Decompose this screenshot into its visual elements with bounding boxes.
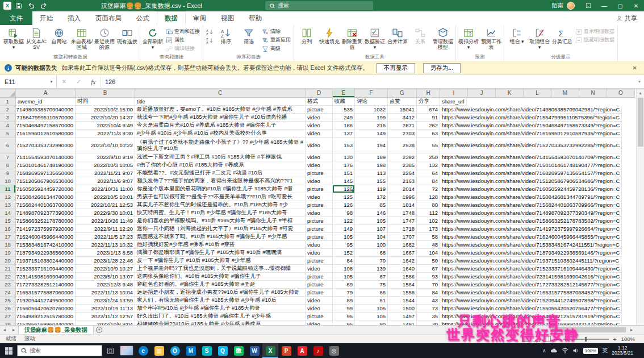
ribbon-button-分类汇总[interactable]: Σ分类汇总 xyxy=(551,26,574,45)
cell-A9[interactable]: 7168269597135650000 xyxy=(16,169,76,177)
cell-F21[interactable]: 139 xyxy=(355,265,388,273)
cell-D23[interactable]: picture xyxy=(306,281,333,289)
user-name[interactable]: 陌南 xyxy=(552,2,563,10)
cell-G10[interactable]: 2163 xyxy=(388,177,417,185)
cell-A7[interactable]: 7141554593070140000 xyxy=(16,153,76,161)
cell-C27[interactable]: 好久没出门了。#10后 #185大帅哥 #骗你生儿子 #少年感 xyxy=(135,313,306,320)
cell-F26[interactable]: 105 xyxy=(355,305,388,313)
cell-H18[interactable]: 48 xyxy=(417,241,440,249)
cell-F2[interactable]: 1032 xyxy=(355,106,388,114)
cell-E22[interactable]: 105 xyxy=(333,273,355,281)
cell-F22[interactable]: 67 xyxy=(355,273,388,281)
cell-G13[interactable]: 1814 xyxy=(388,201,417,209)
cell-I20[interactable]: https://www.iesdouyin.com/share/video/71… xyxy=(440,257,621,265)
cell-C14[interactable]: 快艾特闺蜜。生儿子！#10后 #少年感 #骗你生儿子 #185大帅哥 xyxy=(135,209,306,217)
cell-B26[interactable]: 2022/10/19 11:13 xyxy=(76,305,135,313)
column-header-E[interactable]: E xyxy=(333,89,355,98)
cell-I16[interactable]: https://www.iesdouyin.com/share/video/71… xyxy=(440,225,622,233)
column-header-K[interactable]: K xyxy=(496,89,524,98)
cell-E24[interactable]: 79 xyxy=(333,289,355,297)
ribbon-button-获取数据[interactable]: 获取数据 ▾ xyxy=(2,26,25,50)
cell-G20[interactable]: 1642 xyxy=(388,257,417,265)
cell-G25[interactable]: 1544 xyxy=(388,297,417,305)
cell-E23[interactable]: 89 xyxy=(333,281,355,289)
cell-I4[interactable]: https://www.iesdouyin.com/share/video/71… xyxy=(440,122,622,130)
cell-E8[interactable]: 176 xyxy=(333,161,355,169)
cell-F13[interactable]: 85 xyxy=(355,201,388,209)
cell-F17[interactable]: 104 xyxy=(355,233,388,241)
cell-B25[interactable]: 2023/1/24 13:59 xyxy=(76,297,135,305)
cell-E14[interactable]: 98 xyxy=(333,209,355,217)
row-header-1[interactable]: 1 xyxy=(0,98,16,106)
cell-H4[interactable]: 262 xyxy=(417,122,440,130)
cell-F6[interactable]: 194 xyxy=(355,138,388,153)
cell-H14[interactable]: 112 xyxy=(417,209,440,217)
new-sheet-button[interactable]: + xyxy=(94,326,105,334)
column-header-D[interactable]: D xyxy=(306,89,333,98)
ribbon-button-sort-descending[interactable]: ZA xyxy=(204,36,215,44)
cell-F5[interactable]: 149 xyxy=(355,130,388,138)
cell-C10[interactable]: 额头发饰了???随手拍的两张，看得出来这眼神是很不高兴的??#1 xyxy=(135,177,306,185)
ribbon-button-最近使用的源[interactable]: 最近使用的源 xyxy=(93,26,116,50)
ribbon-button-分列[interactable]: 分列 xyxy=(295,26,318,45)
cell-E5[interactable]: 137 xyxy=(333,130,355,138)
cell-B17[interactable]: 2022/11/5 17:23 xyxy=(76,233,135,241)
taskbar-app-word[interactable]: W xyxy=(246,343,262,358)
taskbar-app-browser[interactable]: O xyxy=(167,343,183,358)
cell-F11[interactable]: 119 xyxy=(355,185,388,193)
cell-C15[interactable]: 是你们喜欢的半框眼镜吗。#10后 #185大帅哥 #骗你生儿子 #半框 xyxy=(135,217,306,225)
cell-F25[interactable]: 61 xyxy=(355,297,388,305)
cell-E26[interactable]: 99 xyxy=(333,305,355,313)
cell-E3[interactable]: 249 xyxy=(333,114,355,122)
cell-B16[interactable]: 2022/9/11 12:20 xyxy=(76,225,135,233)
ribbon-button-清除[interactable]: 清除 xyxy=(260,27,292,36)
menu-tab-帮助[interactable]: 帮助 xyxy=(241,11,269,25)
cell-B1[interactable]: 时间 xyxy=(76,98,135,106)
cell-H13[interactable]: 80 xyxy=(417,201,440,209)
cell-F14[interactable]: 146 xyxy=(355,209,388,217)
formula-input[interactable]: 126 xyxy=(101,75,635,88)
cell-F19[interactable]: 68 xyxy=(355,249,388,257)
cell-C21[interactable]: 上个视屏意外吗?了我也是没想到，关于说戴眼镜这事…懂得都懂 xyxy=(135,265,306,273)
cell-H5[interactable]: 63 xyxy=(417,130,440,138)
cell-I13[interactable]: https://www.iesdouyin.com/share/video/71… xyxy=(440,201,622,209)
cell-E17[interactable]: 105 xyxy=(333,233,355,241)
cell-G6[interactable]: 2538 xyxy=(388,138,417,153)
cell-B13[interactable]: 2022/10/21 12:53 xyxy=(76,201,135,209)
ribbon-button-从文本/CSV[interactable]: 从文本/CSV xyxy=(25,26,48,50)
cell-A25[interactable]: 7192094412749500000 xyxy=(16,297,76,305)
save-as-button[interactable]: 另存为... xyxy=(423,63,461,73)
cell-E7[interactable]: 130 xyxy=(333,153,355,161)
cell-B23[interactable]: 2022/12/3 9:48 xyxy=(76,281,135,289)
cell-F3[interactable]: 199 xyxy=(355,114,388,122)
cell-B18[interactable]: 2022/11/13 10:32 xyxy=(76,241,135,249)
taskbar-app-mail[interactable]: M xyxy=(183,343,199,358)
cell-A6[interactable]: 7152703353732990000 xyxy=(16,138,76,153)
column-header-G[interactable]: G xyxy=(388,89,417,98)
cell-A27[interactable]: 7164989212515780000 xyxy=(16,313,76,320)
row-header-11[interactable]: 11 xyxy=(0,185,16,193)
cell-B10[interactable]: 2022/11/6 9:07 xyxy=(76,177,135,185)
taskbar-clock[interactable]: 1:12 2023/5/21 xyxy=(612,345,633,356)
confirm-entry-icon[interactable]: ✓ xyxy=(77,78,81,85)
cell-C19[interactable]: 满脑子都是哦耶满了#骗你生儿子 #185大帅哥 #10后 #嘿嘿满 xyxy=(135,249,306,257)
cell-C12[interactable]: 男孩子也可以很可爱??是兔子??不是美羊羊哦??#10后 #吃可爱长 xyxy=(135,193,306,201)
cell-H7[interactable]: 250 xyxy=(417,153,440,161)
cell-A22[interactable]: 7231415981699040000 xyxy=(16,273,76,281)
cell-E2[interactable]: 535 xyxy=(333,106,355,114)
cell-G14[interactable]: 1748 xyxy=(388,209,417,217)
cell-D25[interactable]: video xyxy=(306,297,333,305)
close-button[interactable]: ✕ xyxy=(628,0,644,11)
cell-E6[interactable]: 153 xyxy=(333,138,355,153)
cell-G4[interactable]: 2871 xyxy=(388,122,417,130)
cell-C6[interactable]: 《男孩子过了6岁就不能走路像个小孩子了》?? #少年感 #185大帅哥 #骗你生… xyxy=(135,138,306,153)
cell-D16[interactable]: picture xyxy=(306,225,333,233)
cell-B5[interactable]: 2022/11/3 9:30 xyxy=(76,130,135,138)
redo-button[interactable] xyxy=(40,2,48,10)
taskbar-app-powerpoint[interactable]: P xyxy=(278,343,294,358)
column-header-C[interactable]: C xyxy=(135,89,306,98)
row-header-14[interactable]: 14 xyxy=(0,209,16,217)
taskbar-app-qq[interactable]: Q xyxy=(215,343,231,358)
column-header-B[interactable]: B xyxy=(76,89,135,98)
row-header-27[interactable]: 27 xyxy=(0,313,16,320)
